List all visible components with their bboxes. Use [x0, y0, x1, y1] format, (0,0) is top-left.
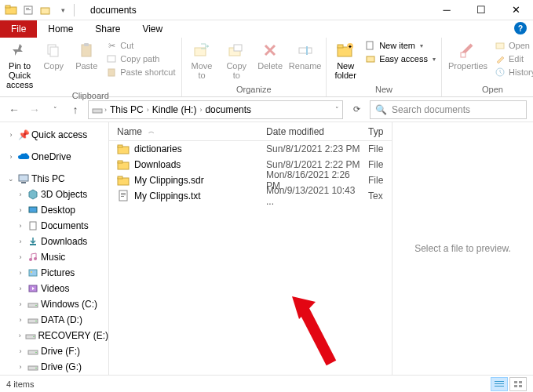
refresh-button[interactable]: ⟳: [348, 104, 365, 114]
nav-item[interactable]: ›DATA (D:): [0, 312, 108, 328]
maximize-button[interactable]: ☐: [464, 0, 498, 20]
copyto-button[interactable]: Copy to: [220, 39, 253, 82]
rename-button[interactable]: Rename: [287, 39, 323, 72]
nav-thispc[interactable]: ⌄This PC: [0, 171, 108, 187]
nav-item[interactable]: ›Desktop: [0, 202, 108, 218]
nav-item-icon: [27, 235, 39, 248]
tab-home[interactable]: Home: [37, 20, 84, 38]
breadcrumb-seg[interactable]: Kindle (H:): [151, 104, 199, 115]
svg-point-47: [35, 352, 37, 354]
column-type[interactable]: Typ: [360, 126, 392, 137]
paste-icon: [77, 41, 96, 60]
close-button[interactable]: ✕: [498, 0, 533, 20]
moveto-button[interactable]: Move to: [185, 39, 219, 82]
navigation-pane[interactable]: ›📌Quick access ›OneDrive ⌄This PC ›3D Ob…: [0, 122, 109, 375]
paste-button[interactable]: Paste: [71, 39, 102, 72]
svg-rect-8: [82, 45, 91, 56]
easyaccess-button[interactable]: Easy access▾: [363, 53, 438, 65]
svg-rect-5: [41, 8, 49, 14]
copy-icon: [44, 41, 63, 60]
nav-item-icon: [27, 345, 39, 358]
pin-icon: [10, 41, 29, 60]
svg-rect-31: [21, 182, 26, 183]
svg-point-35: [29, 258, 32, 261]
view-largeicons-button[interactable]: [509, 377, 527, 391]
nav-item-label: Music: [41, 252, 65, 263]
svg-rect-66: [495, 383, 504, 384]
svg-rect-7: [50, 47, 58, 56]
nav-item[interactable]: ›Videos: [0, 281, 108, 296]
file-row[interactable]: dictionariesSun/8/1/2021 2:23 PMFile: [109, 141, 392, 157]
nav-item[interactable]: ›Pictures: [0, 265, 108, 281]
qat-customize-icon[interactable]: ▾: [57, 4, 69, 16]
nav-item-label: Desktop: [41, 205, 75, 216]
edit-button[interactable]: Edit: [492, 53, 533, 65]
history-button[interactable]: History: [492, 66, 533, 78]
svg-point-45: [34, 336, 35, 338]
pasteshortcut-button[interactable]: Paste shortcut: [104, 66, 177, 78]
pasteshortcut-icon: [106, 67, 117, 78]
nav-item[interactable]: ›Music: [0, 249, 108, 265]
nav-item-label: Videos: [41, 283, 69, 294]
view-details-button[interactable]: [491, 377, 508, 391]
minimize-button[interactable]: ─: [429, 0, 464, 20]
nav-item[interactable]: ›3D Objects: [0, 187, 108, 202]
newfolder-button[interactable]: ✦New folder: [330, 39, 361, 82]
nav-quickaccess[interactable]: ›📌Quick access: [0, 127, 108, 143]
textfile-icon: [117, 190, 130, 202]
delete-button[interactable]: Delete: [254, 39, 286, 72]
nav-item[interactable]: ›RECOVERY (E:): [0, 328, 108, 343]
copypath-button[interactable]: Copy path: [104, 53, 177, 65]
tab-share[interactable]: Share: [84, 20, 131, 38]
svg-rect-21: [367, 42, 373, 49]
nav-item[interactable]: ›Drive (F:): [0, 343, 108, 359]
column-date[interactable]: Date modified: [258, 126, 360, 137]
file-name: dictionaries: [134, 143, 182, 154]
recent-dropdown[interactable]: ˅: [47, 102, 63, 118]
svg-rect-11: [108, 69, 115, 76]
qat-newfolder-icon[interactable]: [39, 4, 52, 16]
nav-item-label: RECOVERY (E:): [38, 330, 108, 341]
up-button[interactable]: ↑: [68, 102, 83, 118]
qat-properties-icon[interactable]: [22, 4, 35, 16]
cut-icon: ✂: [106, 40, 117, 51]
chevron-right-icon[interactable]: ›: [104, 106, 107, 114]
breadcrumb-dropdown[interactable]: ˅: [335, 106, 339, 114]
properties-button[interactable]: Properties: [445, 39, 491, 72]
forward-button[interactable]: →: [27, 102, 42, 118]
group-open-label: Open: [445, 85, 533, 95]
back-button[interactable]: ←: [6, 102, 22, 118]
cut-button[interactable]: ✂Cut: [104, 39, 177, 52]
nav-item-label: DATA (D:): [41, 314, 82, 325]
breadcrumb[interactable]: › This PC › Kindle (H:) › documents ˅: [88, 100, 343, 119]
breadcrumb-seg[interactable]: documents: [203, 104, 253, 115]
svg-rect-15: [299, 48, 312, 53]
column-headers[interactable]: Name︿ Date modified Typ: [109, 122, 392, 141]
nav-item-icon: [27, 220, 39, 232]
moveto-icon: [192, 41, 211, 60]
chevron-right-icon[interactable]: ›: [199, 106, 202, 114]
svg-rect-10: [108, 56, 115, 62]
nav-item[interactable]: ›Downloads: [0, 234, 108, 249]
svg-rect-4: [26, 9, 31, 10]
file-list[interactable]: Name︿ Date modified Typ dictionariesSun/…: [109, 122, 392, 375]
breadcrumb-seg[interactable]: This PC: [108, 104, 145, 115]
nav-item[interactable]: ›Documents: [0, 218, 108, 234]
chevron-right-icon[interactable]: ›: [147, 106, 149, 114]
pin-quickaccess-button[interactable]: Pin to Quick access: [3, 39, 36, 91]
annotation-arrow: [288, 292, 343, 371]
nav-onedrive[interactable]: ›OneDrive: [0, 149, 108, 165]
nav-item[interactable]: ›Drive (G:): [0, 359, 108, 375]
column-name[interactable]: Name︿: [109, 126, 258, 137]
open-button[interactable]: Open▾: [492, 39, 533, 52]
file-row[interactable]: My Clippings.txtMon/9/13/2021 10:43 ...T…: [109, 188, 392, 204]
tab-file[interactable]: File: [0, 20, 37, 38]
copy-button[interactable]: Copy: [38, 39, 69, 72]
svg-rect-56: [118, 145, 122, 147]
tab-view[interactable]: View: [131, 20, 173, 38]
svg-rect-29: [93, 109, 102, 113]
help-icon[interactable]: ?: [514, 22, 527, 34]
newitem-button[interactable]: New item▾: [363, 39, 438, 52]
nav-item[interactable]: ›Windows (C:): [0, 296, 108, 312]
search-input[interactable]: 🔍 Search documents: [370, 100, 527, 119]
